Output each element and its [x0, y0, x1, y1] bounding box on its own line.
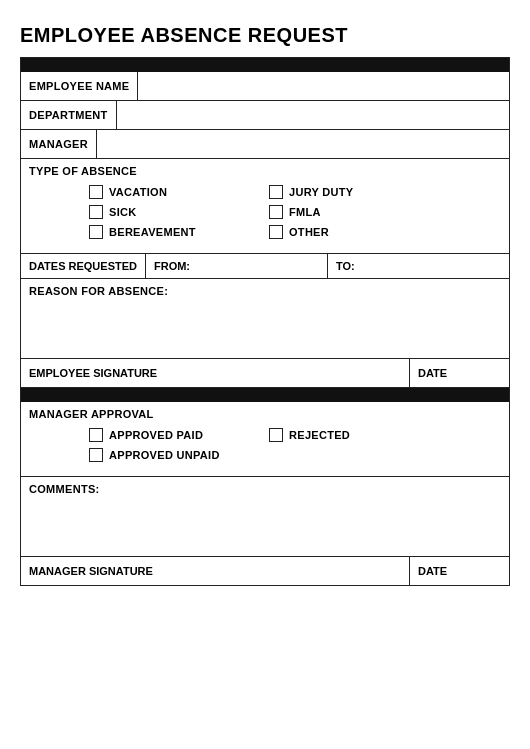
rejected-checkbox-item[interactable]: REJECTED	[269, 428, 389, 442]
type-of-absence-section: TYPE OF ABSENCE VACATION JURY DUTY SICK	[21, 159, 509, 254]
fmla-checkbox-item[interactable]: FMLA	[269, 205, 389, 219]
bereavement-checkbox[interactable]	[89, 225, 103, 239]
approved-paid-checkbox-item[interactable]: APPROVED PAID	[89, 428, 209, 442]
jury-duty-checkbox[interactable]	[269, 185, 283, 199]
comments-section[interactable]: COMMENTS:	[21, 477, 509, 557]
dates-requested-label: DATES REQUESTED	[21, 254, 145, 278]
approval-row-2: APPROVED UNPAID	[89, 448, 501, 462]
department-row: DEPARTMENT	[21, 101, 509, 130]
dates-from[interactable]: FROM:	[145, 254, 327, 278]
rejected-checkbox[interactable]	[269, 428, 283, 442]
middle-black-bar	[21, 388, 509, 402]
dates-row: DATES REQUESTED FROM: TO:	[21, 254, 509, 279]
department-label: DEPARTMENT	[21, 101, 116, 129]
employee-sig-label[interactable]: EMPLOYEE SIGNATURE	[21, 359, 409, 387]
fmla-checkbox[interactable]	[269, 205, 283, 219]
approval-checkboxes: APPROVED PAID REJECTED APPROVED UNPAID	[29, 428, 501, 462]
other-label: OTHER	[289, 226, 329, 238]
reason-label: REASON FOR ABSENCE:	[29, 285, 501, 297]
employee-name-row: EMPLOYEE NAME	[21, 72, 509, 101]
manager-label: MANAGER	[21, 130, 96, 158]
checkbox-row-2: SICK FMLA	[89, 205, 501, 219]
comments-label: COMMENTS:	[29, 483, 501, 495]
approved-unpaid-checkbox-item[interactable]: APPROVED UNPAID	[89, 448, 220, 462]
manager-approval-label: MANAGER APPROVAL	[29, 408, 501, 420]
manager-row: MANAGER	[21, 130, 509, 159]
bereavement-checkbox-item[interactable]: BEREAVEMENT	[89, 225, 209, 239]
employee-sig-date-label[interactable]: DATE	[409, 359, 509, 387]
vacation-checkbox[interactable]	[89, 185, 103, 199]
vacation-label: VACATION	[109, 186, 167, 198]
reason-section[interactable]: REASON FOR ABSENCE:	[21, 279, 509, 359]
checkbox-row-3: BEREAVEMENT OTHER	[89, 225, 501, 239]
sick-checkbox-item[interactable]: SICK	[89, 205, 209, 219]
manager-approval-section: MANAGER APPROVAL APPROVED PAID REJECTED …	[21, 402, 509, 477]
approval-row-1: APPROVED PAID REJECTED	[89, 428, 501, 442]
manager-value[interactable]	[96, 130, 509, 158]
manager-sig-row: MANAGER SIGNATURE DATE	[21, 557, 509, 585]
form-container: EMPLOYEE NAME DEPARTMENT MANAGER TYPE OF…	[20, 57, 510, 586]
employee-name-label: EMPLOYEE NAME	[21, 72, 137, 100]
jury-duty-checkbox-item[interactable]: JURY DUTY	[269, 185, 389, 199]
employee-name-value[interactable]	[137, 72, 509, 100]
other-checkbox-item[interactable]: OTHER	[269, 225, 389, 239]
other-checkbox[interactable]	[269, 225, 283, 239]
jury-duty-label: JURY DUTY	[289, 186, 353, 198]
fmla-label: FMLA	[289, 206, 321, 218]
absence-checkboxes: VACATION JURY DUTY SICK FMLA	[29, 185, 501, 239]
department-value[interactable]	[116, 101, 509, 129]
rejected-label: REJECTED	[289, 429, 350, 441]
dates-to[interactable]: TO:	[327, 254, 509, 278]
manager-sig-date-label[interactable]: DATE	[409, 557, 509, 585]
approved-unpaid-checkbox[interactable]	[89, 448, 103, 462]
sick-checkbox[interactable]	[89, 205, 103, 219]
bereavement-label: BEREAVEMENT	[109, 226, 196, 238]
page-title: EMPLOYEE ABSENCE REQUEST	[20, 24, 510, 47]
type-of-absence-label: TYPE OF ABSENCE	[29, 165, 501, 177]
vacation-checkbox-item[interactable]: VACATION	[89, 185, 209, 199]
approved-paid-checkbox[interactable]	[89, 428, 103, 442]
approved-paid-label: APPROVED PAID	[109, 429, 203, 441]
sick-label: SICK	[109, 206, 136, 218]
approved-unpaid-label: APPROVED UNPAID	[109, 449, 220, 461]
top-black-bar	[21, 58, 509, 72]
employee-sig-row: EMPLOYEE SIGNATURE DATE	[21, 359, 509, 388]
manager-sig-label[interactable]: MANAGER SIGNATURE	[21, 557, 409, 585]
checkbox-row-1: VACATION JURY DUTY	[89, 185, 501, 199]
